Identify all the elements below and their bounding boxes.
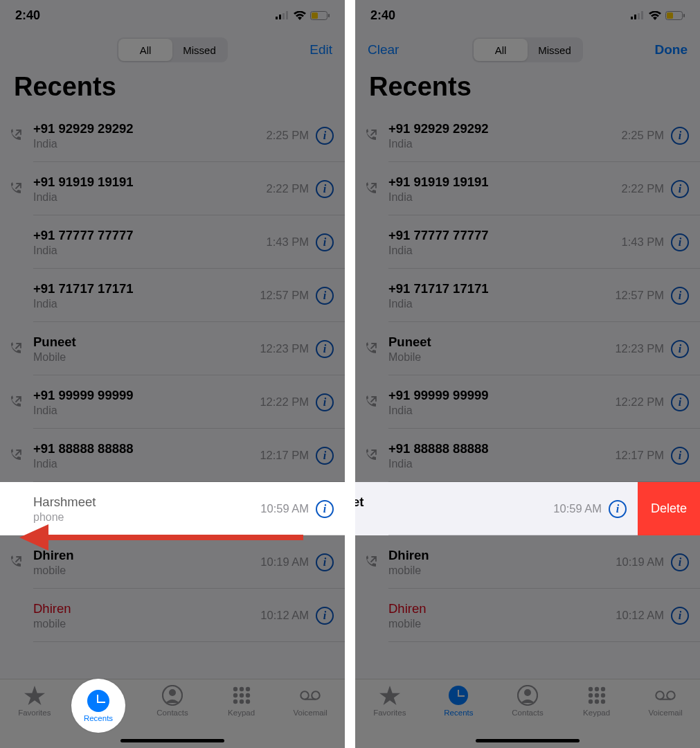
info-icon[interactable]: i	[316, 500, 334, 518]
info-icon[interactable]: i	[316, 393, 334, 411]
info-icon[interactable]: i	[316, 607, 334, 625]
call-row[interactable]: hmeetone10:59 AMiDelete	[355, 482, 700, 535]
call-row[interactable]: +91 91919 19191India2:22 PMi	[0, 162, 345, 215]
call-row[interactable]: +91 91919 19191India2:22 PMi	[355, 162, 700, 215]
call-row[interactable]: Dhirenmobile10:19 AMi	[0, 535, 345, 589]
edit-button[interactable]: Edit	[309, 42, 332, 57]
tab-keypad[interactable]: Keypad	[566, 685, 628, 717]
tab-contacts[interactable]: Contacts	[496, 685, 559, 717]
segmented-control[interactable]: All Missed	[472, 37, 583, 62]
call-row[interactable]: +91 71717 17171India12:57 PMi	[0, 269, 345, 322]
call-row[interactable]: Dhirenmobile10:19 AMi	[355, 535, 700, 589]
call-sublabel: India	[388, 191, 622, 204]
tab-contacts[interactable]: Contacts	[141, 685, 204, 717]
outgoing-call-icon	[8, 182, 33, 196]
call-row[interactable]: +91 88888 88888India12:17 PMi	[355, 429, 700, 482]
tab-label: Keypad	[228, 709, 255, 717]
info-icon[interactable]: i	[609, 500, 627, 518]
call-time: 2:22 PM	[622, 182, 664, 195]
tab-voicemail[interactable]: Voicemail	[279, 685, 341, 717]
recents-list[interactable]: +91 92929 29292India2:25 PMi+91 91919 19…	[0, 109, 345, 642]
tab-recents-highlight: Recents	[71, 679, 125, 733]
call-time: 12:17 PM	[615, 449, 664, 462]
info-icon[interactable]: i	[671, 287, 689, 305]
info-icon[interactable]: i	[671, 180, 689, 198]
segment-all[interactable]: All	[474, 39, 528, 61]
tab-label: Voicemail	[649, 709, 683, 717]
svg-point-37	[600, 693, 604, 697]
info-icon[interactable]: i	[316, 553, 334, 571]
call-sublabel: mobile	[33, 618, 260, 630]
page-title: Recents	[0, 69, 345, 109]
recents-list[interactable]: +91 92929 29292India2:25 PMi+91 91919 19…	[355, 109, 700, 642]
tab-label: Favorites	[18, 709, 51, 717]
call-time: 2:25 PM	[622, 129, 664, 142]
call-row[interactable]: +91 77777 77777India1:43 PMi	[355, 215, 700, 269]
info-icon[interactable]: i	[671, 233, 689, 251]
tab-favorites[interactable]: Favorites	[3, 685, 66, 717]
info-icon[interactable]: i	[316, 180, 334, 198]
call-sublabel: India	[33, 244, 267, 257]
home-indicator[interactable]	[476, 739, 580, 742]
info-icon[interactable]: i	[316, 340, 334, 358]
delete-button[interactable]: Delete	[638, 482, 700, 535]
call-name: hmeet	[355, 495, 553, 510]
done-button[interactable]: Done	[655, 42, 688, 57]
call-row[interactable]: Harshmeetphone10:59 AMi	[0, 482, 345, 535]
info-icon[interactable]: i	[316, 233, 334, 251]
info-icon[interactable]: i	[671, 553, 689, 571]
call-row[interactable]: +91 99999 99999India12:22 PMi	[355, 375, 700, 429]
svg-point-32	[588, 687, 592, 691]
page-title: Recents	[355, 69, 700, 109]
info-icon[interactable]: i	[671, 127, 689, 145]
call-time: 10:59 AM	[553, 502, 602, 515]
segment-all[interactable]: All	[118, 39, 172, 61]
home-indicator[interactable]	[120, 739, 224, 742]
call-row[interactable]: +91 99999 99999India12:22 PMi	[0, 375, 345, 429]
svg-point-34	[600, 687, 604, 691]
info-icon[interactable]: i	[316, 127, 334, 145]
call-row[interactable]: Dhirenmobile10:12 AMi	[0, 589, 345, 642]
segment-missed[interactable]: Missed	[172, 39, 226, 61]
svg-point-38	[588, 700, 592, 704]
call-name: Dhiren	[33, 548, 260, 563]
call-sublabel: India	[33, 298, 260, 310]
tab-favorites[interactable]: Favorites	[359, 685, 421, 717]
call-name: +91 88888 88888	[388, 441, 615, 456]
tab-voicemail[interactable]: Voicemail	[634, 685, 697, 717]
call-sublabel: Mobile	[33, 351, 260, 364]
info-icon[interactable]: i	[671, 393, 689, 411]
segment-missed[interactable]: Missed	[528, 39, 582, 61]
info-icon[interactable]: i	[671, 340, 689, 358]
svg-rect-24	[634, 15, 636, 19]
call-name: +91 88888 88888	[33, 441, 260, 456]
info-icon[interactable]: i	[316, 447, 334, 465]
segmented-control[interactable]: All Missed	[117, 37, 228, 62]
svg-rect-3	[286, 11, 288, 19]
tab-bar: Favorites Recents Contacts Keypad	[355, 679, 700, 748]
call-name: Dhiren	[388, 548, 616, 563]
outgoing-call-icon	[8, 129, 33, 143]
tab-keypad[interactable]: Keypad	[210, 685, 273, 717]
call-row[interactable]: PuneetMobile12:23 PMi	[0, 322, 345, 375]
call-row[interactable]: PuneetMobile12:23 PMi	[355, 322, 700, 375]
call-row[interactable]: +91 77777 77777India1:43 PMi	[0, 215, 345, 269]
call-row[interactable]: Dhirenmobile10:12 AMi	[355, 589, 700, 642]
call-row[interactable]: +91 88888 88888India12:17 PMi	[0, 429, 345, 482]
svg-point-35	[588, 693, 592, 697]
call-name: +91 92929 29292	[33, 121, 267, 136]
info-icon[interactable]: i	[671, 447, 689, 465]
info-icon[interactable]: i	[316, 287, 334, 305]
info-icon[interactable]: i	[671, 607, 689, 625]
call-name: +91 99999 99999	[33, 388, 260, 403]
call-time: 12:23 PM	[615, 342, 664, 355]
clear-button[interactable]: Clear	[368, 42, 399, 57]
contact-icon	[517, 685, 538, 706]
call-row[interactable]: +91 71717 17171India12:57 PMi	[355, 269, 700, 322]
svg-point-20	[300, 691, 308, 699]
tab-recents[interactable]: Recents	[427, 685, 490, 717]
call-time: 1:43 PM	[622, 235, 664, 249]
call-name: Dhiren	[33, 601, 260, 616]
call-row[interactable]: +91 92929 29292India2:25 PMi	[0, 109, 345, 162]
call-row[interactable]: +91 92929 29292India2:25 PMi	[355, 109, 700, 162]
